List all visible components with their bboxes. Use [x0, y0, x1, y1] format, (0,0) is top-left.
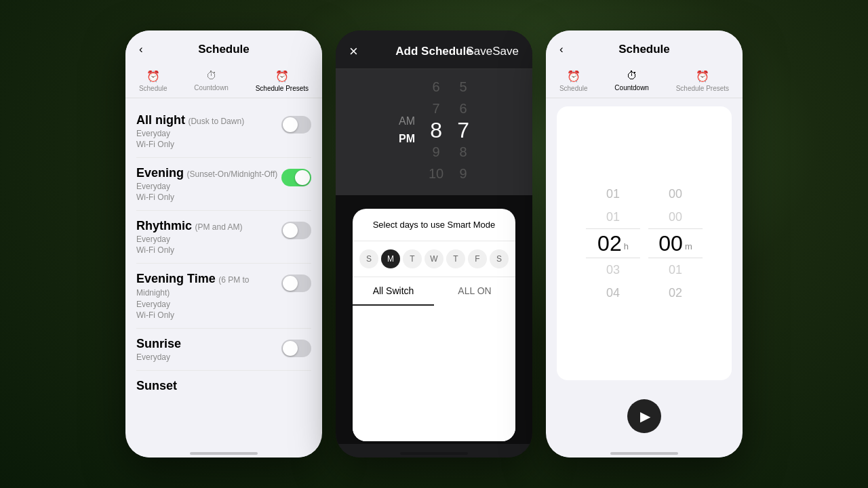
left-screen: ‹ Schedule ⏰ Schedule ⏱ Countdown ⏰ Sche…	[125, 30, 322, 458]
pm-option[interactable]: PM	[399, 133, 415, 145]
item-name: Sunrise	[136, 337, 181, 350]
left-tabs: ⏰ Schedule ⏱ Countdown ⏰ Schedule Preset…	[125, 64, 322, 98]
item-meta: Everyday	[136, 182, 277, 191]
am-option[interactable]: AM	[399, 115, 415, 127]
hours-column[interactable]: 01 01 02 h 03 04	[586, 182, 640, 304]
list-item[interactable]: Rhythmic (PM and AM) Everyday Wi-Fi Only	[136, 211, 311, 264]
save-button[interactable]: SaveSave	[464, 42, 522, 61]
item-meta: Everyday	[136, 235, 243, 244]
middle-panel: × Add Schedule SaveSave AM PM 6	[336, 30, 532, 458]
item-name: All night	[136, 113, 185, 127]
tab-presets-label: Schedule Presets	[256, 85, 309, 92]
right-screen: ‹ Schedule ⏰ Schedule ⏱ Countdown ⏰ Sche…	[546, 30, 743, 458]
item-meta: Everyday	[136, 300, 281, 309]
home-indicator	[610, 452, 678, 455]
min-above2: 00	[669, 182, 682, 205]
modal-overlay: Select days to use Smart Mode S M T W T …	[336, 195, 532, 444]
right-countdown-icon: ⏱	[627, 70, 637, 82]
list-item[interactable]: Evening (Sunset-On/Midnight-Off) Everyda…	[136, 158, 311, 211]
days-row: S M T W T F S	[353, 241, 515, 277]
toggle-sunrise[interactable]	[281, 340, 311, 357]
item-name: Rhythmic	[136, 219, 192, 232]
close-icon: ×	[349, 43, 358, 60]
countdown-picker: 01 01 02 h 03 04	[586, 182, 703, 304]
middle-screen: × Add Schedule SaveSave AM PM 6	[336, 30, 532, 458]
hour-digit: 6	[433, 76, 440, 98]
left-tab-countdown[interactable]: ⏱ Countdown	[194, 70, 229, 92]
list-item[interactable]: All night (Dusk to Dawn) Everyday Wi-Fi …	[136, 105, 311, 158]
left-tab-presets[interactable]: ⏰ Schedule Presets	[256, 70, 309, 92]
schedule-icon: ⏰	[146, 70, 160, 83]
hour-below2: 04	[606, 281, 620, 304]
right-tabs: ⏰ Schedule ⏱ Countdown ⏰ Schedule Preset…	[546, 64, 743, 98]
presets-icon: ⏰	[275, 70, 289, 83]
min-below1: 01	[669, 258, 682, 281]
ampm-column[interactable]: AM PM	[399, 115, 415, 145]
middle-title: Add Schedule	[395, 45, 472, 58]
tab-allon-label: ALL ON	[458, 285, 491, 296]
item-meta: Everyday	[136, 352, 181, 362]
day-wednesday[interactable]: W	[425, 249, 443, 268]
time-picker: AM PM 6 7 8 9 10 5 6 7	[336, 69, 532, 195]
list-item[interactable]: Evening Time (6 PM to Midnight) Everyday…	[136, 264, 311, 329]
hour-column[interactable]: 6 7 8 9 10	[429, 76, 443, 184]
day-tuesday[interactable]: T	[403, 249, 422, 268]
play-button[interactable]: ▶	[627, 399, 661, 433]
close-button[interactable]: ×	[347, 40, 361, 63]
modal-tab-allswitch[interactable]: All Switch	[353, 277, 434, 306]
smart-mode-modal: Select days to use Smart Mode S M T W T …	[353, 209, 515, 441]
home-indicator	[190, 452, 258, 455]
list-item[interactable]: Sunrise Everyday	[136, 329, 311, 371]
middle-header: × Add Schedule SaveSave	[336, 30, 532, 69]
modal-content	[353, 306, 515, 441]
right-title: Schedule	[618, 43, 670, 56]
right-header: ‹ Schedule	[546, 30, 743, 64]
right-tab-schedule[interactable]: ⏰ Schedule	[559, 70, 588, 92]
hour-above1: 01	[606, 205, 620, 228]
hour-digit: 10	[429, 163, 443, 184]
min-active: 00 m	[648, 228, 703, 258]
minute-digit: 9	[460, 163, 467, 184]
hour-active: 02 h	[586, 228, 640, 258]
right-back-button[interactable]: ‹	[557, 40, 566, 59]
modal-tab-allon[interactable]: ALL ON	[434, 277, 515, 306]
min-below2: 02	[669, 281, 682, 304]
toggle-evening[interactable]	[281, 169, 311, 186]
left-back-button[interactable]: ‹	[136, 40, 146, 59]
list-item[interactable]: Sunset	[136, 371, 311, 401]
item-subtitle: (Sunset-On/Midnight-Off)	[186, 169, 277, 179]
hour-digit: 9	[433, 141, 440, 163]
hour-above2: 01	[606, 182, 620, 205]
left-bottom-bar	[125, 444, 322, 458]
day-thursday[interactable]: T	[446, 249, 465, 268]
minute-column[interactable]: 5 6 7 8 9	[457, 76, 469, 184]
day-friday[interactable]: F	[468, 249, 487, 268]
left-title: Schedule	[198, 43, 250, 56]
item-wifi: Wi-Fi Only	[136, 192, 277, 202]
minutes-column[interactable]: 00 00 00 m 01 02	[648, 182, 703, 304]
right-presets-icon: ⏰	[696, 70, 709, 83]
day-saturday[interactable]: S	[490, 249, 509, 268]
right-tab-countdown[interactable]: ⏱ Countdown	[614, 70, 649, 92]
left-header: ‹ Schedule	[125, 30, 322, 64]
left-back-icon: ‹	[139, 43, 143, 56]
minute-digit: 8	[460, 141, 467, 163]
right-tab-presets[interactable]: ⏰ Schedule Presets	[676, 70, 729, 92]
hour-below1: 03	[606, 258, 620, 281]
day-monday[interactable]: M	[381, 249, 400, 268]
toggle-allnight[interactable]	[281, 116, 311, 134]
play-button-container: ▶	[546, 388, 743, 444]
left-tab-schedule[interactable]: ⏰ Schedule	[139, 70, 167, 92]
toggle-rhythmic[interactable]	[281, 222, 311, 239]
countdown-icon: ⏱	[206, 70, 217, 82]
toggle-eveningtime[interactable]	[281, 274, 311, 292]
middle-bottom-bar	[336, 444, 532, 458]
right-schedule-icon: ⏰	[567, 70, 580, 83]
right-tab-schedule-label: Schedule	[559, 85, 588, 92]
tab-countdown-label: Countdown	[194, 84, 229, 92]
right-tab-countdown-label: Countdown	[614, 84, 649, 92]
item-subtitle: (PM and AM)	[195, 222, 242, 232]
day-sunday[interactable]: S	[359, 249, 378, 268]
right-bottom-bar	[546, 444, 743, 458]
modal-header-text: Select days to use Smart Mode	[373, 220, 496, 230]
